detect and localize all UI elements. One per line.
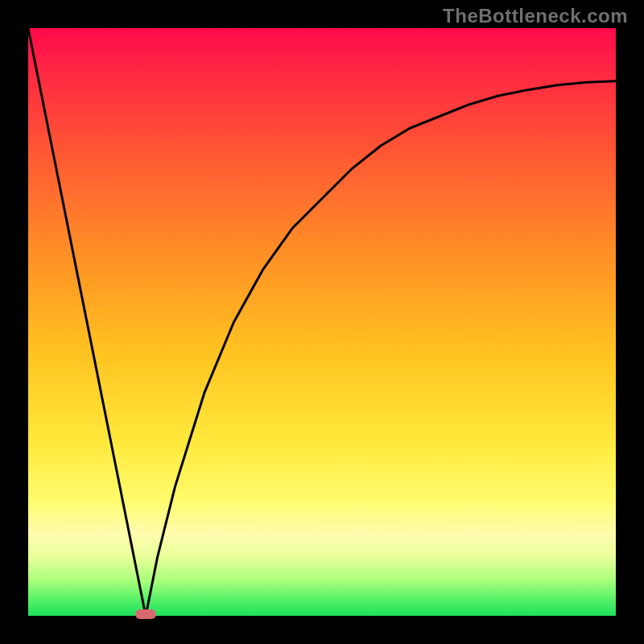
minimum-marker xyxy=(135,609,156,619)
watermark-text: TheBottleneck.com xyxy=(443,5,628,27)
chart-curve xyxy=(28,28,616,616)
plot-area xyxy=(28,28,616,616)
bottleneck-line xyxy=(28,28,616,616)
chart-frame: TheBottleneck.com xyxy=(0,0,644,644)
